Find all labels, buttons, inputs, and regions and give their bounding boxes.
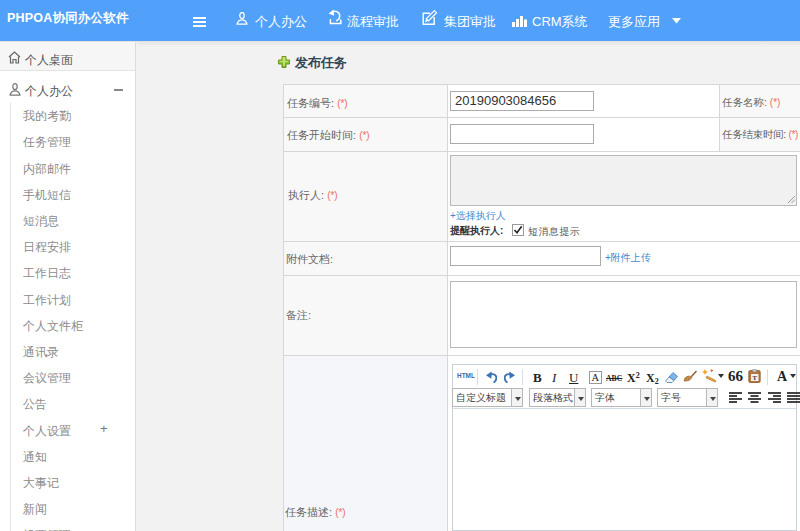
svg-text:T: T — [753, 374, 758, 381]
